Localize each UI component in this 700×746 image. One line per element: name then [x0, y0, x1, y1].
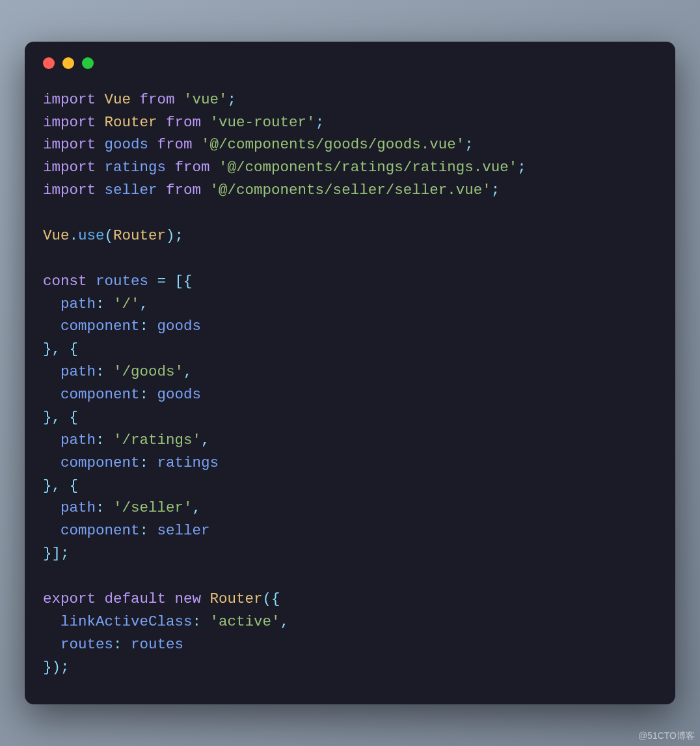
code-token: routes	[131, 636, 183, 653]
code-line: import ratings from '@/components/rating…	[43, 156, 657, 179]
code-line: }, {	[43, 475, 657, 497]
code-token	[43, 318, 61, 335]
code-token	[96, 182, 105, 199]
code-token: },	[43, 477, 61, 494]
code-token	[96, 114, 105, 131]
code-token	[148, 318, 157, 335]
code-token	[43, 499, 61, 516]
code-token: path	[61, 363, 96, 380]
code-token: from	[166, 182, 201, 199]
code-token	[105, 432, 114, 449]
code-token: import	[43, 91, 96, 108]
code-window: import Vue from 'vue';import Router from…	[25, 42, 675, 705]
code-token: :	[140, 386, 149, 403]
close-icon[interactable]	[43, 57, 55, 69]
code-token: '/ratings'	[113, 432, 201, 449]
code-token: const	[43, 273, 87, 290]
code-token: linkActiveClass	[61, 613, 193, 630]
code-token	[201, 114, 210, 131]
code-token: ,	[201, 432, 210, 449]
code-token: ratings	[105, 159, 167, 176]
code-line: component: goods	[43, 383, 657, 406]
code-token	[201, 590, 210, 607]
code-block[interactable]: import Vue from 'vue';import Router from…	[25, 76, 675, 685]
code-token	[157, 182, 167, 199]
code-token	[105, 363, 114, 380]
code-token	[131, 91, 140, 108]
code-token: {	[70, 409, 79, 426]
code-token: :	[96, 363, 105, 380]
code-token	[166, 590, 175, 607]
code-token: );	[166, 227, 183, 244]
code-token: },	[43, 409, 61, 426]
code-token: Router	[113, 227, 166, 244]
code-token: new	[175, 590, 202, 607]
code-line: }, {	[43, 406, 657, 429]
code-line: }, {	[43, 338, 657, 361]
code-token: :	[140, 454, 149, 471]
code-token: path	[61, 499, 96, 516]
minimize-icon[interactable]	[62, 57, 74, 69]
code-line: component: ratings	[43, 452, 657, 475]
code-token: from	[175, 159, 210, 176]
code-token	[96, 159, 105, 176]
code-token: :	[140, 522, 149, 539]
code-token: }];	[43, 545, 70, 562]
code-token: :	[113, 636, 122, 653]
code-token	[61, 409, 70, 426]
code-token: export	[43, 590, 96, 607]
code-token: ({	[263, 590, 280, 607]
code-token	[148, 386, 157, 403]
code-token: :	[140, 318, 149, 335]
code-line: import Vue from 'vue';	[43, 89, 657, 111]
code-token: ,	[193, 499, 202, 516]
code-line: path: '/seller',	[43, 497, 657, 519]
code-token	[175, 91, 184, 108]
code-token: routes	[96, 273, 148, 290]
code-token: ,	[183, 363, 193, 380]
code-token: from	[166, 114, 201, 131]
code-token: });	[43, 659, 70, 676]
code-token: component	[61, 522, 140, 539]
code-token	[201, 613, 210, 630]
code-token: Vue	[105, 91, 131, 108]
code-token: ;	[491, 182, 500, 199]
window-titlebar	[25, 42, 675, 76]
code-token: ;	[228, 91, 237, 108]
code-token	[43, 636, 61, 653]
code-line: import Router from 'vue-router';	[43, 111, 657, 134]
code-token: ;	[316, 114, 325, 131]
code-token: 'vue'	[183, 91, 228, 108]
code-token	[122, 636, 131, 653]
code-line: linkActiveClass: 'active',	[43, 611, 657, 633]
code-line: path: '/',	[43, 293, 657, 316]
code-line: component: seller	[43, 519, 657, 542]
code-token: from	[157, 136, 193, 153]
code-token	[43, 386, 61, 403]
code-token	[61, 477, 70, 494]
code-token: path	[61, 296, 96, 312]
zoom-icon[interactable]	[82, 57, 94, 69]
code-token: '@/components/ratings/ratings.vue'	[219, 159, 517, 176]
code-token	[148, 522, 157, 539]
code-line: }];	[43, 542, 657, 565]
code-token	[96, 136, 105, 153]
code-line: });	[43, 656, 657, 679]
code-token	[105, 499, 114, 516]
code-line	[43, 247, 657, 270]
code-token	[43, 522, 61, 539]
code-token: '@/components/goods/goods.vue'	[201, 136, 464, 153]
code-token: path	[61, 432, 96, 449]
code-token: routes	[61, 636, 113, 653]
code-token: import	[43, 114, 96, 131]
code-line: import seller from '@/components/seller/…	[43, 179, 657, 202]
code-line: import goods from '@/components/goods/go…	[43, 133, 657, 156]
code-token: ;	[464, 136, 474, 153]
code-token	[148, 136, 157, 153]
code-token: component	[61, 454, 140, 471]
code-token: component	[61, 318, 140, 335]
code-token: .	[70, 227, 79, 244]
code-token	[87, 273, 96, 290]
code-token: '@/components/seller/seller.vue'	[210, 182, 491, 199]
code-token	[105, 296, 114, 312]
